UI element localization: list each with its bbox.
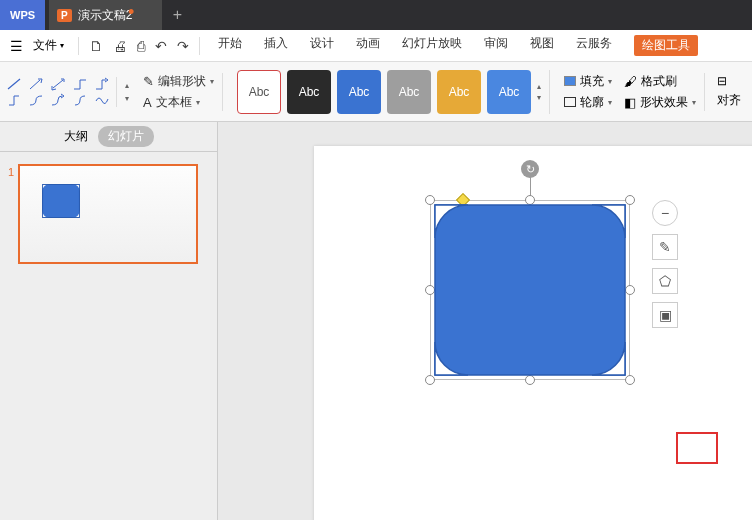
fill-swatch-icon: [564, 76, 576, 86]
tab-animation[interactable]: 动画: [356, 35, 380, 56]
menu-tabs: 开始 插入 设计 动画 幻灯片放映 审阅 视图 云服务 绘图工具: [218, 35, 698, 56]
outline-dropdown[interactable]: 轮廓▾: [564, 94, 612, 111]
unsaved-indicator: •: [128, 3, 134, 21]
format-painter-button[interactable]: 🖌格式刷: [624, 73, 677, 90]
arrow-icon[interactable]: [28, 77, 44, 91]
redo-icon[interactable]: ↷: [177, 38, 189, 54]
fill-dropdown[interactable]: 填充▾: [564, 73, 612, 90]
tab-home[interactable]: 开始: [218, 35, 242, 56]
tab-review[interactable]: 审阅: [484, 35, 508, 56]
save-icon[interactable]: 🗋: [89, 38, 103, 54]
title-bar: WPS P 演示文稿2 • +: [0, 0, 752, 30]
fill-tool-button[interactable]: ⬠: [652, 268, 678, 294]
tab-drawing-tools[interactable]: 绘图工具: [634, 35, 698, 56]
freeform-icon[interactable]: [94, 93, 110, 107]
elbow-double-icon[interactable]: [6, 93, 22, 107]
line-icon[interactable]: [6, 77, 22, 91]
style-preset-3[interactable]: Abc: [337, 70, 381, 114]
align-top-button[interactable]: ⊟: [717, 74, 741, 88]
slide-thumbnail[interactable]: [18, 164, 198, 264]
curve-arrow-icon[interactable]: [50, 93, 66, 107]
tab-view[interactable]: 视图: [530, 35, 554, 56]
brush-icon: 🖌: [624, 74, 637, 89]
slides-tab[interactable]: 幻灯片: [98, 126, 154, 147]
svg-line-2: [53, 80, 63, 88]
align-icon: ⊟: [717, 74, 727, 88]
shape-picker-expand[interactable]: ▴▾: [125, 81, 129, 103]
resize-handle-s[interactable]: [525, 375, 535, 385]
preview-icon[interactable]: ⎙: [137, 38, 145, 54]
layers-button[interactable]: ▣: [652, 302, 678, 328]
text-box-icon: A: [143, 95, 152, 110]
print-icon[interactable]: 🖨: [113, 38, 127, 54]
resize-handle-e[interactable]: [625, 285, 635, 295]
annotation-highlight: [676, 432, 718, 464]
curve-icon[interactable]: [28, 93, 44, 107]
svg-rect-3: [42, 184, 80, 218]
tab-cloud[interactable]: 云服务: [576, 35, 612, 56]
outline-swatch-icon: [564, 97, 576, 107]
shape-effect-dropdown[interactable]: ◧形状效果▾: [624, 94, 696, 111]
slide-panel: 大纲 幻灯片 1: [0, 122, 218, 520]
document-tab[interactable]: P 演示文稿2 •: [49, 0, 162, 30]
outline-tab[interactable]: 大纲: [64, 128, 88, 145]
file-menu[interactable]: 文件▾: [27, 37, 70, 54]
resize-handle-se[interactable]: [625, 375, 635, 385]
menu-bar: ☰ 文件▾ 🗋 🖨 ⎙ ↶ ↷ 开始 插入 设计 动画 幻灯片放映 审阅 视图 …: [0, 30, 752, 62]
elbow-icon[interactable]: [72, 77, 88, 91]
snip-corner-rectangle[interactable]: [434, 204, 626, 376]
resize-handle-ne[interactable]: [625, 195, 635, 205]
shape-style-gallery: Abc Abc Abc Abc Abc Abc ▴▾: [229, 70, 550, 114]
resize-handle-sw[interactable]: [425, 375, 435, 385]
tab-slideshow[interactable]: 幻灯片放映: [402, 35, 462, 56]
floating-toolbar: − ✎ ⬠ ▣: [652, 200, 678, 328]
edit-shape-icon: ✎: [143, 74, 154, 89]
curve-double-icon[interactable]: [72, 93, 88, 107]
presentation-icon: P: [57, 9, 72, 22]
text-box-dropdown[interactable]: A文本框▾: [143, 94, 214, 111]
shape-picker[interactable]: [6, 77, 117, 107]
style-preset-6[interactable]: Abc: [487, 70, 531, 114]
zoom-out-button[interactable]: −: [652, 200, 678, 226]
thumbnail-shape-icon: [42, 184, 80, 218]
svg-line-1: [30, 80, 40, 89]
canvas[interactable]: ↻ − ✎: [218, 122, 752, 520]
tab-insert[interactable]: 插入: [264, 35, 288, 56]
workspace: 大纲 幻灯片 1: [0, 122, 752, 520]
effect-icon: ◧: [624, 95, 636, 110]
svg-line-0: [8, 79, 20, 89]
undo-icon[interactable]: ↶: [155, 38, 167, 54]
selected-shape[interactable]: ↻: [430, 200, 630, 380]
style-preset-4[interactable]: Abc: [387, 70, 431, 114]
add-tab-button[interactable]: +: [162, 6, 192, 24]
slide-number: 1: [8, 164, 14, 264]
edit-shape-dropdown[interactable]: ✎编辑形状▾: [143, 73, 214, 90]
elbow-arrow-icon[interactable]: [94, 77, 110, 91]
ribbon: ▴▾ ✎编辑形状▾ A文本框▾ Abc Abc Abc Abc Abc Abc …: [0, 62, 752, 122]
quick-access-toolbar: 🗋 🖨 ⎙ ↶ ↷: [78, 37, 200, 55]
rotation-handle[interactable]: ↻: [521, 160, 539, 178]
style-gallery-expand[interactable]: ▴▾: [537, 82, 541, 102]
eyedropper-button[interactable]: ✎: [652, 234, 678, 260]
double-arrow-icon[interactable]: [50, 77, 66, 91]
hamburger-icon[interactable]: ☰: [6, 38, 27, 54]
document-title: 演示文稿2: [78, 7, 133, 24]
app-logo[interactable]: WPS: [0, 0, 45, 30]
style-preset-2[interactable]: Abc: [287, 70, 331, 114]
style-preset-5[interactable]: Abc: [437, 70, 481, 114]
tab-design[interactable]: 设计: [310, 35, 334, 56]
style-preset-1[interactable]: Abc: [237, 70, 281, 114]
svg-rect-5: [435, 205, 625, 375]
align-dropdown[interactable]: 对齐: [717, 92, 741, 109]
